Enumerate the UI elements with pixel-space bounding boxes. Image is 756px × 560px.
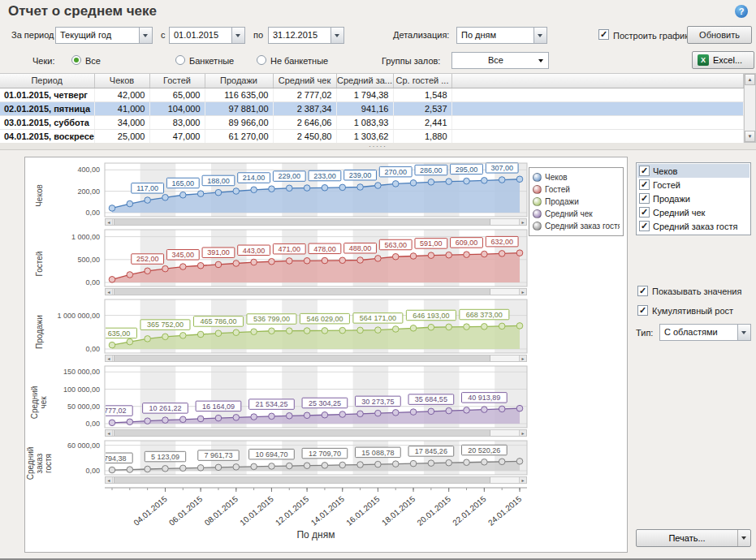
to-date-input[interactable]: 31.12.2015 <box>268 27 344 44</box>
chart-scrollbar[interactable]: ◄► <box>105 288 527 295</box>
series-checkbox[interactable]: ✓ <box>639 207 650 218</box>
table-row[interactable]: 03.01.2015, суббота34,00083,00089 966,00… <box>0 115 744 129</box>
chart-body: 0,00200,00400,00117,00165,00188,00214,00… <box>53 162 530 229</box>
scroll-left-icon[interactable]: ◄ <box>106 219 113 225</box>
svg-text:564 171,00: 564 171,00 <box>360 314 396 322</box>
chart-scrollbar[interactable]: ◄► <box>105 429 527 437</box>
excel-button[interactable]: X Excel... <box>692 51 754 69</box>
svg-text:307,00: 307,00 <box>490 164 513 172</box>
chevron-down-icon[interactable] <box>330 28 343 43</box>
svg-text:632,00: 632,00 <box>490 238 513 246</box>
series-list-item[interactable]: ✓Чеков <box>637 164 750 178</box>
column-header[interactable]: Период <box>0 74 94 88</box>
svg-text:471,00: 471,00 <box>278 245 300 253</box>
scroll-left-icon[interactable]: ◄ <box>106 355 113 361</box>
chart-scrollbar[interactable]: ◄► <box>105 355 527 362</box>
type-select[interactable]: С областями <box>659 324 751 341</box>
from-date-input[interactable]: 01.01.2015 <box>169 27 245 44</box>
table-row[interactable]: 01.01.2015, четверг42,00065,000116 635,0… <box>0 88 744 101</box>
column-header[interactable]: Гостей <box>149 74 205 88</box>
chart-scrollbar-thumb[interactable] <box>114 430 490 436</box>
table-chart-splitter[interactable]: ..... <box>0 143 756 150</box>
table-cell: 04.01.2015, воскресе... <box>0 129 94 143</box>
series-list-item[interactable]: ✓Средний заказ гостя <box>637 219 750 233</box>
column-header[interactable]: Средний за... <box>336 74 393 88</box>
svg-text:10 261,22: 10 261,22 <box>149 404 181 412</box>
radio-banquet-checks[interactable] <box>175 55 185 65</box>
chart-scrollbar-thumb[interactable] <box>114 355 490 361</box>
svg-text:609,00: 609,00 <box>456 239 478 247</box>
series-checkbox[interactable]: ✓ <box>639 179 650 190</box>
series-checkbox[interactable]: ✓ <box>639 193 650 204</box>
svg-text:117,00: 117,00 <box>136 184 158 192</box>
table-cell: 2 387,34 <box>273 101 336 115</box>
chevron-down-icon[interactable] <box>535 53 548 68</box>
column-header[interactable]: Продажи <box>205 74 273 88</box>
from-label: с <box>161 30 166 40</box>
scroll-right-icon[interactable]: ► <box>519 477 526 483</box>
legend-label: Средний заказ гостя <box>545 222 620 230</box>
table-cell: 42,000 <box>94 88 149 101</box>
series-checkbox[interactable]: ✓ <box>639 221 650 231</box>
svg-text:116 635,00: 116 635,00 <box>94 330 130 338</box>
column-header[interactable]: Чеков <box>94 74 149 88</box>
scroll-right-icon[interactable]: ► <box>519 430 526 436</box>
chevron-down-icon[interactable] <box>139 28 152 43</box>
scroll-down-icon[interactable]: ▼ <box>745 131 755 142</box>
table-row[interactable]: 02.01.2015, пятница41,000104,00097 881,0… <box>0 101 744 115</box>
legend-label: Гостей <box>545 185 570 194</box>
column-header[interactable]: Ср. гостей ... <box>393 74 451 88</box>
chevron-down-icon[interactable] <box>231 28 244 43</box>
detail-select[interactable]: По дням <box>456 27 547 44</box>
svg-text:17 845,26: 17 845,26 <box>415 447 447 455</box>
print-button[interactable]: Печать... <box>636 529 751 547</box>
scroll-left-icon[interactable]: ◄ <box>106 430 113 436</box>
scroll-up-icon[interactable]: ▲ <box>745 74 755 85</box>
scroll-right-icon[interactable]: ► <box>519 219 526 225</box>
cumulative-option[interactable]: ✓ Кумулятивный рост <box>637 305 733 316</box>
radio-nonbanquet-checks[interactable] <box>257 55 266 65</box>
svg-text:500,00: 500,00 <box>77 256 100 264</box>
table-cell: 116 635,00 <box>205 88 273 101</box>
scroll-left-icon[interactable]: ◄ <box>106 289 113 295</box>
svg-text:233,00: 233,00 <box>313 172 336 180</box>
chevron-down-icon[interactable] <box>737 325 750 340</box>
series-list-item[interactable]: ✓Гостей <box>637 178 750 192</box>
series-checkbox[interactable]: ✓ <box>639 166 650 176</box>
build-chart-checkbox[interactable]: ✓ <box>598 29 609 40</box>
hall-groups-select[interactable]: Все <box>451 52 549 69</box>
chart-scrollbar-thumb[interactable] <box>114 219 490 225</box>
legend-label: Средний чек <box>545 209 593 218</box>
period-select[interactable]: Текущий год <box>55 27 153 44</box>
chevron-down-icon[interactable] <box>534 28 546 43</box>
chart-scrollbar-thumb[interactable] <box>114 289 490 295</box>
chart-scrollbar[interactable]: ◄► <box>105 476 527 484</box>
svg-text:30 273,75: 30 273,75 <box>361 398 394 406</box>
show-values-checkbox[interactable]: ✓ <box>637 286 648 296</box>
svg-text:08.01.2015: 08.01.2015 <box>203 494 240 528</box>
svg-text:150 000,00: 150 000,00 <box>63 368 100 376</box>
column-header[interactable]: Средний чек <box>273 74 336 88</box>
scroll-right-icon[interactable]: ► <box>519 355 526 361</box>
cumulative-checkbox[interactable]: ✓ <box>637 305 648 316</box>
table-scrollbar[interactable]: ▲ ▼ <box>744 73 756 143</box>
print-dropdown-arrow-icon[interactable] <box>737 530 750 546</box>
legend-label: Чеков <box>545 173 568 182</box>
series-list-item[interactable]: ✓Продажи <box>637 192 750 205</box>
chart-plot: 0,00500,001 000,00252,00345,00391,00443,… <box>53 229 530 287</box>
svg-text:10 694,70: 10 694,70 <box>255 450 287 459</box>
chart-scrollbar[interactable]: ◄► <box>105 218 527 226</box>
help-icon[interactable]: ? <box>735 5 748 18</box>
chart-scrollbar-thumb[interactable] <box>114 477 490 483</box>
refresh-button[interactable]: Обновить <box>687 26 752 44</box>
table-cell: 89 966,00 <box>205 115 273 129</box>
series-list-item[interactable]: ✓Средний чек <box>637 205 750 219</box>
svg-text:100 000,00: 100 000,00 <box>63 386 100 394</box>
svg-text:1 000 000,00: 1 000 000,00 <box>57 312 100 320</box>
scroll-left-icon[interactable]: ◄ <box>106 477 113 483</box>
radio-all-checks[interactable] <box>71 55 81 65</box>
scroll-right-icon[interactable]: ► <box>519 289 526 295</box>
table-cell-filler <box>451 129 744 143</box>
table-cell: 34,000 <box>94 115 149 129</box>
show-values-option[interactable]: ✓ Показывать значения <box>637 286 741 296</box>
